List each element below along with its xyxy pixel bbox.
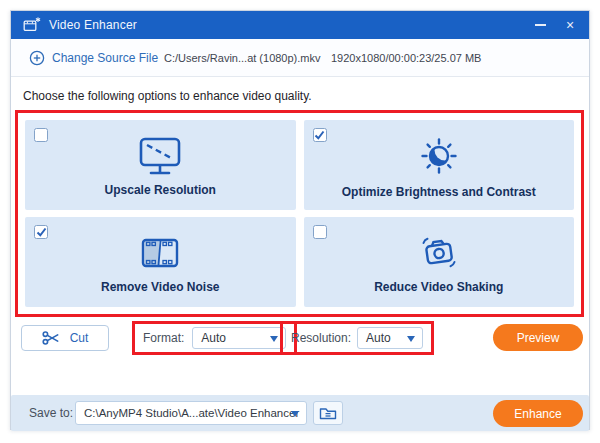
minimize-button[interactable] [527, 11, 553, 39]
cut-button[interactable]: Cut [21, 325, 109, 351]
screenshot-stage: Video Enhancer × Change Source File C:/U… [0, 0, 600, 443]
chevron-down-icon [407, 336, 415, 342]
preview-button[interactable]: Preview [493, 324, 583, 351]
optimize-brightness-checkbox[interactable] [313, 128, 327, 142]
enhance-button[interactable]: Enhance [493, 400, 583, 427]
close-icon: × [566, 18, 574, 32]
upscale-resolution-checkbox[interactable] [34, 128, 48, 142]
plus-circle-icon [29, 50, 45, 66]
format-label: Format: [143, 331, 184, 345]
option-card-optimize-brightness-contrast[interactable]: Optimize Brightness and Contrast [304, 120, 575, 210]
chevron-down-icon [291, 411, 299, 417]
instruction-text: Choose the following options to enhance … [23, 89, 312, 103]
browse-folder-button[interactable] [313, 401, 343, 425]
format-dropdown[interactable]: Auto [192, 327, 286, 349]
resolution-label: Resolution: [291, 331, 351, 345]
save-path-dropdown[interactable]: C:\AnyMP4 Studio\A...ate\Video Enhancer [75, 401, 307, 425]
option-label: Optimize Brightness and Contrast [342, 185, 536, 199]
folder-icon [319, 406, 337, 420]
brightness-contrast-sun-icon [415, 134, 463, 178]
remove-noise-checkbox[interactable] [34, 225, 48, 239]
source-file-info: 1920x1080/00:00:23/25.07 MB [331, 39, 481, 77]
save-to-label: Save to: [29, 395, 73, 431]
option-label: Upscale Resolution [105, 183, 216, 197]
app-logo-icon [23, 17, 41, 33]
video-filmstrip-icon [136, 233, 184, 273]
checkmark-icon [314, 130, 325, 140]
option-card-upscale-resolution[interactable]: Upscale Resolution [25, 120, 296, 210]
source-file-path: C:/Users/Ravin...at (1080p).mkv [164, 39, 321, 77]
resolution-value: Auto [366, 331, 391, 345]
cut-button-label: Cut [70, 331, 89, 345]
titlebar[interactable]: Video Enhancer × [11, 11, 589, 39]
option-label: Remove Video Noise [101, 280, 220, 294]
option-label: Reduce Video Shaking [374, 280, 503, 294]
upscale-monitor-icon [136, 136, 184, 176]
format-value: Auto [201, 331, 226, 345]
option-card-remove-video-noise[interactable]: Remove Video Noise [25, 217, 296, 307]
reduce-shaking-checkbox[interactable] [313, 225, 327, 239]
close-button[interactable]: × [557, 11, 583, 39]
scissors-icon [42, 330, 61, 346]
change-source-file-label: Change Source File [52, 51, 158, 65]
checkmark-icon [36, 227, 47, 237]
save-bar: Save to: C:\AnyMP4 Studio\A...ate\Video … [11, 395, 589, 431]
annotation-box-options-grid: Upscale Resolution [15, 110, 584, 317]
change-source-file-button[interactable]: Change Source File [29, 39, 158, 77]
minimize-icon [535, 24, 546, 26]
source-file-bar: Change Source File C:/Users/Ravin...at (… [11, 39, 589, 77]
chevron-down-icon [270, 336, 278, 342]
enhance-options-grid: Upscale Resolution [25, 120, 574, 307]
camera-shake-icon [415, 233, 463, 273]
annotation-box-format: Format: Auto [132, 321, 297, 355]
save-path-value: C:\AnyMP4 Studio\A...ate\Video Enhancer [84, 407, 299, 419]
window-title: Video Enhancer [49, 18, 137, 32]
option-card-reduce-video-shaking[interactable]: Reduce Video Shaking [304, 217, 575, 307]
app-window: Video Enhancer × Change Source File C:/U… [10, 10, 590, 430]
annotation-box-resolution: Resolution: Auto [280, 321, 434, 355]
resolution-dropdown[interactable]: Auto [357, 327, 423, 349]
